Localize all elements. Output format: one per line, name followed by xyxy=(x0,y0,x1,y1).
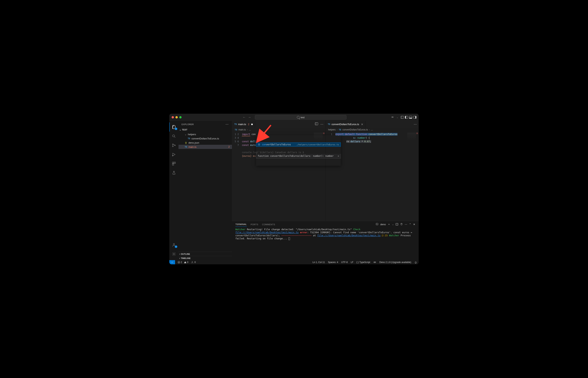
sidebar-title: EXPLORER xyxy=(182,123,194,125)
status-indent[interactable]: Spaces: 4 xyxy=(328,261,338,264)
panel-maximize-icon[interactable]: ⌃ xyxy=(409,223,411,226)
close-window-button[interactable] xyxy=(172,116,174,119)
title-bar: ← → test ⌄ xyxy=(169,114,419,121)
search-activity-icon[interactable] xyxy=(169,132,178,141)
code-editor-left[interactable]: import con const doll const euro console… xyxy=(241,132,323,221)
command-center-search[interactable]: test xyxy=(255,115,346,120)
explorer-badge: 1 xyxy=(175,128,177,130)
breadcrumb-file: convertDollarsToEuros.ts xyxy=(343,128,368,131)
line-gutter: 1 2 3 4 5 6 7 xyxy=(232,132,241,221)
overview-ruler[interactable] xyxy=(416,132,419,221)
source-control-icon[interactable] xyxy=(169,141,178,150)
tree-file-label: deno.json xyxy=(188,141,199,144)
terminal-output[interactable]: Watcher Restarting! File change detected… xyxy=(232,227,419,260)
tab-close-icon[interactable]: ✕ xyxy=(361,123,363,126)
status-cursor-position[interactable]: Ln 1, Col 11 xyxy=(313,261,325,264)
outline-section-toggle[interactable]: › OUTLINE xyxy=(178,252,232,256)
svg-rect-9 xyxy=(172,164,174,165)
panel-tab-comments[interactable]: COMMENTS xyxy=(262,223,275,227)
sidebar-more-icon[interactable]: ⋯ xyxy=(226,122,229,126)
remote-indicator[interactable] xyxy=(169,260,175,264)
autocomplete-close-icon[interactable]: ✕ xyxy=(338,154,339,158)
copilot-chevron-down-icon[interactable]: ⌄ xyxy=(397,116,398,119)
tree-file-label: main.ts xyxy=(188,146,196,148)
panel-more-icon[interactable]: ⋯ xyxy=(405,223,407,226)
kill-terminal-icon[interactable] xyxy=(400,223,403,226)
code-editor-right[interactable]: export default function convertDollarsTo… xyxy=(334,132,416,221)
status-encoding[interactable]: UTF-8 xyxy=(341,261,348,264)
tree-file-convertdollarstoeuros[interactable]: TS convertDollarsToEuros.ts xyxy=(178,136,232,141)
svg-rect-8 xyxy=(174,162,175,163)
status-copilot-icon[interactable] xyxy=(373,261,376,264)
extensions-icon[interactable] xyxy=(169,159,178,168)
svg-point-14 xyxy=(375,262,376,263)
breadcrumb-folder: helpers xyxy=(328,128,336,131)
autocomplete-popup: convertDollarsToEuros ./helpers/convertD… xyxy=(256,135,341,166)
status-ports[interactable]: 0 xyxy=(191,261,196,264)
autocomplete-detail: function convertDollarsToEuros(dollars: … xyxy=(256,154,341,159)
explorer-root-label: TEST xyxy=(182,129,187,131)
tab-label: convertDollarsToEuros.ts xyxy=(332,123,359,126)
status-deno[interactable]: Deno 2.1.6 (Upgrade available) xyxy=(379,261,411,264)
tree-file-maints[interactable]: TS main.ts 2 xyxy=(178,145,232,149)
layout-panel-bottom-icon[interactable] xyxy=(409,116,412,119)
breadcrumb[interactable]: helpers › TS convertDollarsToEuros.ts › … xyxy=(326,128,419,132)
svg-point-3 xyxy=(172,144,173,145)
terminal-dropdown-icon[interactable]: ⌄ xyxy=(392,223,394,225)
sidebar-explorer: EXPLORER ⋯ ⌄ TEST ⌄ helpers TS convertDo… xyxy=(178,121,232,260)
status-language[interactable]: { } TypeScript xyxy=(357,261,370,264)
layout-sidebar-left-icon[interactable] xyxy=(401,116,404,119)
settings-gear-icon[interactable] xyxy=(169,249,178,259)
tree-folder-helpers[interactable]: ⌄ helpers xyxy=(178,132,232,136)
new-terminal-icon[interactable]: ＋ xyxy=(388,223,390,226)
tab-dirty-indicator-icon xyxy=(251,123,253,125)
panel-close-icon[interactable]: ✕ xyxy=(413,223,415,226)
panel-tab-ports[interactable]: PORTS xyxy=(251,223,258,227)
split-terminal-icon[interactable] xyxy=(396,223,398,225)
status-problems[interactable]: 2 0 xyxy=(178,261,188,264)
svg-point-1 xyxy=(392,117,393,118)
split-editor-icon[interactable] xyxy=(315,122,318,126)
layout-panel-left-icon[interactable] xyxy=(405,116,408,119)
symbol-module-icon xyxy=(258,143,260,146)
svg-point-10 xyxy=(173,243,174,245)
timeline-label: TIMELINE xyxy=(181,257,190,259)
explorer-icon[interactable]: 1 xyxy=(169,122,178,132)
svg-point-11 xyxy=(173,254,174,255)
editor-more-icon[interactable]: ⋯ xyxy=(414,122,417,126)
accounts-badge: 1 xyxy=(175,245,177,248)
tree-file-label: convertDollarsToEuros.ts xyxy=(191,137,219,140)
svg-point-5 xyxy=(174,145,175,146)
minimize-window-button[interactable] xyxy=(175,116,178,119)
tab-maints[interactable]: TS main.ts 2 xyxy=(232,121,255,128)
editor-more-icon[interactable]: ⋯ xyxy=(320,122,323,126)
nav-back-icon[interactable]: ← xyxy=(243,116,246,119)
tree-file-denojson[interactable]: {} deno.json xyxy=(178,141,232,145)
zoom-window-button[interactable] xyxy=(179,116,182,119)
terminal-cursor xyxy=(288,237,290,240)
status-bar: 2 0 0 Ln 1, Col 11 Spaces: 4 UTF-8 LF { … xyxy=(169,260,419,264)
error-icon xyxy=(178,261,180,263)
svg-rect-12 xyxy=(376,223,378,225)
warning-icon xyxy=(184,261,186,263)
activity-bar: 1 1 xyxy=(169,121,178,260)
autocomplete-item[interactable]: convertDollarsToEuros ./helpers/convertD… xyxy=(256,142,341,147)
run-debug-icon[interactable] xyxy=(169,150,178,159)
explorer-root-toggle[interactable]: ⌄ TEST xyxy=(178,128,232,132)
notifications-bell-icon[interactable] xyxy=(414,261,417,264)
breadcrumb[interactable]: TS main.ts › ... xyxy=(232,128,325,132)
status-eol[interactable]: LF xyxy=(351,261,353,264)
editor-pane-left: TS main.ts 2 ⋯ TS main.ts › xyxy=(232,121,325,221)
timeline-section-toggle[interactable]: › TIMELINE xyxy=(178,256,232,260)
minimap[interactable] xyxy=(407,133,416,140)
copilot-icon[interactable] xyxy=(391,116,394,119)
tab-convertdollarstoeuros[interactable]: TS convertDollarsToEuros.ts ✕ xyxy=(326,121,366,128)
nav-forward-icon[interactable]: → xyxy=(248,116,251,119)
testing-icon[interactable] xyxy=(169,168,178,177)
panel-tab-terminal[interactable]: TERMINAL xyxy=(235,223,247,227)
accounts-icon[interactable]: 1 xyxy=(169,240,178,249)
layout-sidebar-right-icon[interactable] xyxy=(413,116,416,119)
terminal-shell-icon[interactable] xyxy=(376,223,378,226)
search-icon xyxy=(297,116,300,119)
traffic-lights xyxy=(172,116,182,119)
